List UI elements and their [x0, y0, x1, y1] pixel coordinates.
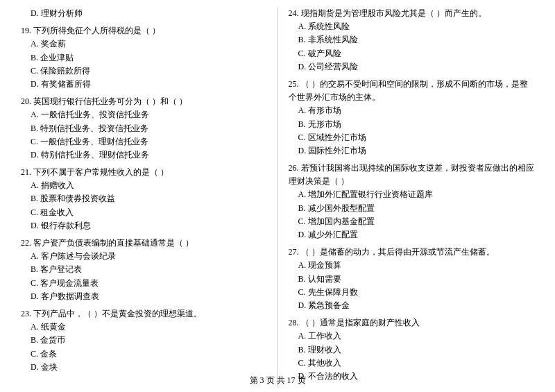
page-footer: 第 3 页 共 17 页: [0, 375, 555, 386]
q26-option-d: D. 减少外汇配置: [289, 228, 535, 241]
q20-option-a: A. 一般信托业务、投资信托业务: [21, 108, 267, 121]
question-23: 23. 下列产品中，（ ）不是黄金投资的理想渠道。 A. 纸黄金 B. 金货币 …: [21, 307, 267, 374]
q19-option-a: A. 奖金薪: [21, 37, 267, 51]
q19-option-d: D. 有奖储蓄所得: [21, 78, 267, 91]
q22-option-a: A. 客户陈述与会谈纪录: [21, 250, 267, 263]
q22-option-b: B. 客户登记表: [21, 263, 267, 276]
question-25: 25. （ ）的交易不受时间和空间的限制，形成不间断的市场，是整个世界外汇市场的…: [289, 78, 535, 157]
q20-option-b: B. 特别信托业务、投资信托业务: [21, 122, 267, 135]
q23-option-b: B. 金货币: [21, 334, 267, 347]
question-28: 28. （ ）通常是指家庭的财产性收入 A. 工作收入 B. 理财收入 C. 其…: [289, 316, 535, 383]
q27-option-a: A. 现金预算: [289, 259, 535, 272]
q21-option-b: B. 股票和债券投资收益: [21, 192, 267, 205]
q24-option-c: C. 破产风险: [289, 47, 535, 60]
q26-option-c: C. 增加国内基金配置: [289, 215, 535, 228]
q23-option-c: C. 金条: [21, 348, 267, 361]
q27-option-b: B. 认知需要: [289, 273, 535, 286]
q24-option-a: A. 系统性风险: [289, 20, 535, 33]
q20-title: 20. 英国现行银行信托业务可分为（ ）和（ ）: [21, 95, 267, 108]
page-info: 第 3 页 共 17 页: [250, 375, 306, 385]
q20-option-d: D. 特别信托业务、理财信托业务: [21, 148, 267, 162]
question-19: 19. 下列所得免征个人所得税的是（ ） A. 奖金薪 B. 企业津贴 C. 保…: [21, 24, 267, 91]
q19-option-b: B. 企业津贴: [21, 51, 267, 65]
q27-option-c: C. 先生保障月数: [289, 286, 535, 299]
question-20: 20. 英国现行银行信托业务可分为（ ）和（ ） A. 一般信托业务、投资信托业…: [21, 95, 267, 162]
q20-option-c: C. 一般信托业务、理财信托业务: [21, 135, 267, 148]
q23-option-a: A. 纸黄金: [21, 321, 267, 334]
q21-option-a: A. 捐赠收入: [21, 179, 267, 192]
q22-option-d: D. 客户数据调查表: [21, 290, 267, 303]
q28-option-c: C. 其他收入: [289, 357, 535, 370]
q25-option-a: A. 有形市场: [289, 104, 535, 117]
question-24: 24. 现指期货是为管理股市风险尤其是（ ）而产生的。 A. 系统性风险 B. …: [289, 7, 535, 74]
q21-title: 21. 下列不属于客户常规性收入的是（ ）: [21, 166, 267, 179]
q21-option-c: C. 租金收入: [21, 206, 267, 219]
q23-option-d: D. 金块: [21, 361, 267, 374]
question-22: 22. 客户资产负债表编制的直接基础通常是（ ） A. 客户陈述与会谈纪录 B.…: [21, 237, 267, 303]
q23-title: 23. 下列产品中，（ ）不是黄金投资的理想渠道。: [21, 307, 267, 321]
q28-option-a: A. 工作收入: [289, 330, 535, 343]
q24-option-b: B. 非系统性风险: [289, 33, 535, 46]
q24-title: 24. 现指期货是为管理股市风险尤其是（ ）而产生的。: [289, 7, 535, 20]
question-26: 26. 若预计我国将出现持续的国际收支逆差，财投资者应做出的相应理财决策是（ ）…: [289, 162, 535, 241]
q25-option-c: C. 区域性外汇市场: [289, 131, 535, 144]
q25-option-b: B. 无形市场: [289, 118, 535, 131]
question-27: 27. （ ）是储蓄的动力，其后得由开源或节流产生储蓄。 A. 现金预算 B. …: [289, 246, 535, 312]
q19-option-c: C. 保险赔款所得: [21, 65, 267, 78]
q19-title: 19. 下列所得免征个人所得税的是（ ）: [21, 24, 267, 37]
q27-title: 27. （ ）是储蓄的动力，其后得由开源或节流产生储蓄。: [289, 246, 535, 259]
q24-option-d: D. 公司经营风险: [289, 60, 535, 74]
q26-title: 26. 若预计我国将出现持续的国际收支逆差，财投资者应做出的相应理财决策是（ ）: [289, 162, 535, 188]
exam-page: D. 理财分析师 19. 下列所得免征个人所得税的是（ ） A. 奖金薪 B. …: [0, 0, 555, 392]
q26-option-b: B. 减少国外股型配置: [289, 202, 535, 215]
content-area: D. 理财分析师 19. 下列所得免征个人所得税的是（ ） A. 奖金薪 B. …: [21, 7, 534, 387]
option-d-prev: D. 理财分析师: [21, 7, 267, 20]
q22-title: 22. 客户资产负债表编制的直接基础通常是（ ）: [21, 237, 267, 250]
right-column: 24. 现指期货是为管理股市风险尤其是（ ）而产生的。 A. 系统性风险 B. …: [278, 7, 535, 387]
q22-option-c: C. 客户现金流量表: [21, 277, 267, 290]
q21-option-d: D. 银行存款利息: [21, 219, 267, 232]
left-column: D. 理财分析师 19. 下列所得免征个人所得税的是（ ） A. 奖金薪 B. …: [21, 7, 278, 387]
q27-option-d: D. 紧急预备金: [289, 299, 535, 312]
q25-option-d: D. 国际性外汇市场: [289, 144, 535, 157]
question-d-prev: D. 理财分析师: [21, 7, 267, 20]
question-21: 21. 下列不属于客户常规性收入的是（ ） A. 捐赠收入 B. 股票和债券投资…: [21, 166, 267, 232]
q28-option-b: B. 理财收入: [289, 343, 535, 357]
q25-title: 25. （ ）的交易不受时间和空间的限制，形成不间断的市场，是整个世界外汇市场的…: [289, 78, 535, 104]
q26-option-a: A. 增加外汇配置银行行业资格证题库: [289, 188, 535, 201]
q28-title: 28. （ ）通常是指家庭的财产性收入: [289, 316, 535, 330]
